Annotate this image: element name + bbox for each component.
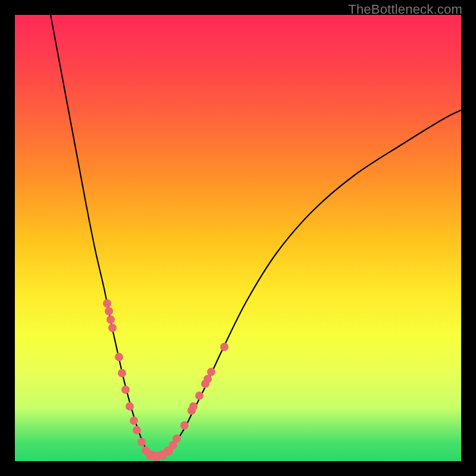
- bottleneck-curve-path: [51, 15, 461, 456]
- data-marker: [126, 402, 134, 411]
- data-marker: [105, 307, 113, 315]
- chart-svg: [15, 15, 461, 461]
- data-marker: [133, 426, 141, 434]
- data-marker: [115, 353, 123, 361]
- marker-group: [103, 299, 228, 461]
- data-marker: [203, 375, 212, 383]
- data-marker: [207, 368, 215, 376]
- data-marker: [121, 386, 130, 394]
- data-marker: [108, 324, 117, 332]
- data-marker: [103, 299, 111, 308]
- data-marker: [173, 434, 181, 443]
- data-marker: [195, 392, 203, 400]
- chart-frame: TheBottleneck.com: [15, 15, 461, 461]
- data-marker: [130, 416, 138, 425]
- data-marker: [118, 369, 126, 377]
- data-marker: [180, 421, 189, 430]
- data-marker: [189, 402, 198, 411]
- data-marker: [220, 343, 228, 351]
- data-marker: [107, 315, 115, 324]
- data-marker: [137, 438, 146, 446]
